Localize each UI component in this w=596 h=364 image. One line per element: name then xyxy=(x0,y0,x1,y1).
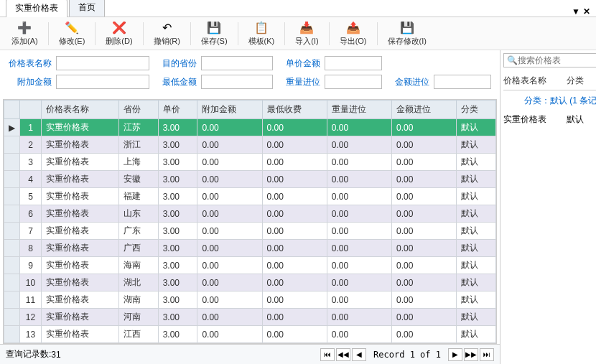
col-category[interactable]: 分类 xyxy=(457,101,496,119)
filter-province-input[interactable] xyxy=(201,56,273,70)
undo-icon: ↶ xyxy=(159,20,174,34)
filter-weightstep-input[interactable] xyxy=(325,75,382,89)
table-row[interactable]: 13实重价格表江西3.000.000.000.000.00默认 xyxy=(4,326,496,343)
side-group-header[interactable]: 分类：默认 (1 条记录) xyxy=(503,90,596,111)
filter-amountstep-label: 金额进位 xyxy=(386,76,429,88)
col-province[interactable]: 省份 xyxy=(118,101,158,119)
filter-addition-input[interactable] xyxy=(56,75,149,89)
tab-price-table[interactable]: 实重价格表 xyxy=(6,0,67,17)
search-icon: 🔍 xyxy=(507,55,518,65)
export-button[interactable]: 📤导出(O) xyxy=(334,19,373,48)
collapse-icon[interactable]: ▼ xyxy=(572,6,580,17)
undo-button[interactable]: ↶撤销(R) xyxy=(148,19,186,48)
plus-icon: ➕ xyxy=(17,20,32,34)
table-row[interactable]: 3实重价格表上海3.000.000.000.000.00默认 xyxy=(4,154,496,171)
col-name[interactable]: 价格表名称 xyxy=(42,101,119,119)
col-unit[interactable]: 单价 xyxy=(158,101,197,119)
table-row[interactable]: 2实重价格表浙江3.000.000.000.000.00默认 xyxy=(4,136,496,154)
filter-province-label: 目的省份 xyxy=(154,57,197,70)
table-row[interactable]: 4实重价格表安徽3.000.000.000.000.00默认 xyxy=(4,171,496,188)
table-row[interactable]: 9实重价格表海南3.000.000.000.000.00默认 xyxy=(4,257,496,274)
table-row[interactable]: 10实重价格表湖北3.000.000.000.000.00默认 xyxy=(4,274,496,291)
pager-text: Record 1 of 1 xyxy=(373,350,441,360)
filter-name-label: 价格表名称 xyxy=(9,57,52,70)
table-row[interactable]: 11实重价格表湖南3.000.000.000.000.00默认 xyxy=(4,291,496,309)
save-icon: 💾 xyxy=(207,20,221,34)
filter-name-input[interactable] xyxy=(56,56,149,70)
import-button[interactable]: 📥导入(I) xyxy=(289,19,324,48)
table-row[interactable]: 6实重价格表山东3.000.000.000.000.00默认 xyxy=(4,205,496,223)
close-icon[interactable]: ✕ xyxy=(583,6,590,17)
table-row[interactable]: ▶1实重价格表江苏3.000.000.000.000.00默认 xyxy=(4,119,496,136)
side-col-category: 分类 xyxy=(567,75,597,87)
record-count: 31 xyxy=(51,350,60,360)
table-row[interactable]: 12实重价格表河南3.000.000.000.000.00默认 xyxy=(4,309,496,326)
filter-minfee-label: 最低金额 xyxy=(154,76,197,88)
side-search-input[interactable] xyxy=(518,55,596,65)
save-button[interactable]: 💾保存(S) xyxy=(195,19,233,48)
col-minfee[interactable]: 最低收费 xyxy=(262,101,327,119)
col-addition[interactable]: 附加金额 xyxy=(197,101,262,119)
edit-button[interactable]: ✏️修改(E) xyxy=(53,19,91,48)
side-row[interactable]: 实重价格表 默认 xyxy=(503,111,596,128)
col-amountstep[interactable]: 金额进位 xyxy=(392,101,457,119)
save-edit-button[interactable]: 💾保存修改(I) xyxy=(382,19,432,48)
table-row[interactable]: 7实重价格表广东3.000.000.000.000.00默认 xyxy=(4,223,496,240)
filter-unitprice-label: 单价金额 xyxy=(277,57,320,70)
pager-next[interactable]: ▶ xyxy=(448,348,462,361)
record-count-label: 查询记录数: xyxy=(6,348,51,360)
price-table[interactable]: 价格表名称 省份 单价 附加金额 最低收费 重量进位 金额进位 分类 ▶1实重价… xyxy=(4,100,496,344)
save-edit-icon: 💾 xyxy=(400,20,414,34)
side-col-name: 价格表名称 xyxy=(503,75,567,87)
pager-next-page[interactable]: ▶▶ xyxy=(464,348,478,361)
delete-icon: ❌ xyxy=(112,20,126,34)
add-button[interactable]: ➕添加(A) xyxy=(6,19,44,48)
export-icon: 📤 xyxy=(346,20,360,34)
tab-home[interactable]: 首页 xyxy=(69,0,105,17)
delete-button[interactable]: ❌删除(D) xyxy=(100,19,138,48)
filter-unitprice-input[interactable] xyxy=(325,56,382,70)
pager-prev[interactable]: ◀ xyxy=(352,348,366,361)
table-row[interactable]: 8实重价格表广西3.000.000.000.000.00默认 xyxy=(4,240,496,257)
template-icon: 📋 xyxy=(254,20,269,34)
filter-addition-label: 附加金额 xyxy=(9,76,52,88)
pager-last[interactable]: ⏭ xyxy=(480,348,494,361)
pager-first[interactable]: ⏮ xyxy=(320,348,335,361)
filter-amountstep-input[interactable] xyxy=(434,75,491,89)
col-weightstep[interactable]: 重量进位 xyxy=(327,101,391,119)
filter-minfee-input[interactable] xyxy=(201,75,273,89)
edit-icon: ✏️ xyxy=(65,20,79,34)
template-button[interactable]: 📋模板(K) xyxy=(243,19,281,48)
table-row[interactable]: 5实重价格表福建3.000.000.000.000.00默认 xyxy=(4,188,496,205)
filter-weightstep-label: 重量进位 xyxy=(277,76,320,88)
pager-prev-page[interactable]: ◀◀ xyxy=(336,348,350,361)
import-icon: 📥 xyxy=(299,20,314,34)
